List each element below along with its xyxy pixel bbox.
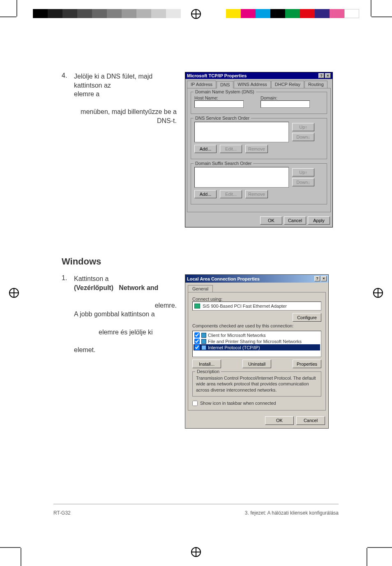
adapter-name: SiS 900-Based PCI Fast Ethernet Adapter <box>203 304 287 309</box>
component-file-sharing[interactable]: File and Printer Sharing for Microsoft N… <box>194 338 320 344</box>
close-button[interactable]: × <box>325 73 331 78</box>
group-service-title: DNS Service Search Order <box>194 116 251 121</box>
tcpip-properties-dialog: Microsoft TCP/IP Properties ? × IP Addre… <box>185 72 333 227</box>
page-footer: RT-G32 3. fejezet: A hálózati kliensek k… <box>53 510 339 516</box>
down-button[interactable]: Down↓ <box>292 178 314 186</box>
adapter-box: SiS 900-Based PCI Fast Ethernet Adapter <box>192 302 321 311</box>
show-icon-label: Show icon in taskbar when connected <box>200 401 276 406</box>
uninstall-button[interactable]: Uninstall <box>242 360 271 368</box>
color-swatches <box>226 9 359 18</box>
domain-label: Domain: <box>261 95 323 100</box>
registration-mark-icon <box>373 288 383 298</box>
registration-mark-icon <box>191 9 201 19</box>
dns-service-list[interactable] <box>194 122 289 142</box>
remove-button[interactable]: Remove <box>245 145 268 153</box>
sharing-icon <box>201 339 206 344</box>
help-button[interactable]: ? <box>318 73 324 78</box>
components-list[interactable]: Client for Microsoft Networks File and P… <box>192 331 321 357</box>
tabs: IP Address DNS WINS Address DHCP Relay R… <box>185 79 332 88</box>
component-tcpip[interactable]: Internet Protocol (TCP/IP) <box>194 344 320 350</box>
description-group-title: Description <box>195 369 221 374</box>
step4-line1: Jelölje ki a DNS fület, majd kattintson … <box>74 73 152 89</box>
step1-text: Kattintson a (Vezérlőpult) Network and e… <box>74 274 177 354</box>
tab-general[interactable]: General <box>188 285 213 292</box>
tab-dns[interactable]: DNS <box>217 81 233 88</box>
apply-button[interactable]: Apply <box>308 216 330 225</box>
configure-button[interactable]: Configure <box>293 313 321 322</box>
edit-button[interactable]: Edit... <box>220 145 242 153</box>
cancel-button[interactable]: Cancel <box>296 416 325 425</box>
registration-mark-icon <box>191 547 201 557</box>
group-suffix-title: Domain Suffix Search Order <box>194 161 253 166</box>
dialog-title: Microsoft TCP/IP Properties <box>187 73 247 78</box>
heading-windows: Windows <box>62 256 333 267</box>
components-label: Components checked are used by this conn… <box>192 323 321 328</box>
tab-dhcp-relay[interactable]: DHCP Relay <box>271 81 304 88</box>
up-button[interactable]: Up↑ <box>292 123 314 131</box>
domain-input[interactable] <box>261 100 310 108</box>
step-number: 1. <box>62 274 74 282</box>
step-4: 4. Jelölje ki a DNS fület, majd kattints… <box>62 72 177 125</box>
footer-rule <box>53 504 339 504</box>
dialog-title: Local Area Connection Properties <box>187 276 260 281</box>
host-name-label: Host Name: <box>194 95 257 100</box>
remove-button[interactable]: Remove <box>245 190 268 198</box>
component-client[interactable]: Client for Microsoft Networks <box>194 332 320 338</box>
titlebar: Local Area Connection Properties ? × <box>185 275 328 283</box>
footer-right: 3. fejezet: A hálózati kliensek konfigur… <box>245 510 339 516</box>
step4-line2: elemre a <box>74 90 99 97</box>
cancel-button[interactable]: Cancel <box>284 216 306 225</box>
ok-button[interactable]: OK <box>265 416 294 425</box>
footer-left: RT-G32 <box>53 510 71 516</box>
lan-connection-properties-dialog: Local Area Connection Properties ? × Gen… <box>185 274 329 429</box>
nic-icon <box>194 304 200 309</box>
ok-button[interactable]: OK <box>260 216 282 225</box>
close-button[interactable]: × <box>321 276 327 281</box>
component-checkbox[interactable] <box>194 345 200 350</box>
registration-mark-icon <box>9 288 19 298</box>
down-button[interactable]: Down↓ <box>292 133 314 141</box>
host-name-input[interactable] <box>194 100 244 108</box>
edit-button[interactable]: Edit... <box>220 190 242 198</box>
connect-using-label: Connect using: <box>192 297 321 302</box>
suffix-list[interactable] <box>194 167 289 188</box>
page-content: 4. Jelölje ki a DNS fület, majd kattints… <box>62 72 333 429</box>
component-checkbox[interactable] <box>194 339 200 344</box>
grayscale-swatches <box>33 9 181 18</box>
protocol-icon <box>201 345 206 350</box>
client-icon <box>201 333 206 338</box>
show-icon-checkbox[interactable] <box>192 401 198 406</box>
properties-button[interactable]: Properties <box>293 360 321 368</box>
step-number: 4. <box>62 72 74 79</box>
step4-line3: menüben, majd billentyűzze be a DNS-t. <box>81 108 177 124</box>
group-dns-title: Domain Name System (DNS) <box>194 89 256 94</box>
add-button[interactable]: Add... <box>194 145 217 153</box>
tab-ip-address[interactable]: IP Address <box>187 81 216 88</box>
up-button[interactable]: Up↑ <box>292 168 314 176</box>
install-button[interactable]: Install... <box>192 360 221 368</box>
titlebar: Microsoft TCP/IP Properties ? × <box>185 72 332 79</box>
tab-wins[interactable]: WINS Address <box>234 81 271 88</box>
component-checkbox[interactable] <box>194 332 200 338</box>
description-text: Transmission Control Protocol/Internet P… <box>196 375 318 393</box>
tab-routing[interactable]: Routing <box>304 81 327 88</box>
step-1: 1. Kattintson a (Vezérlőpult) Network an… <box>62 274 177 354</box>
help-button[interactable]: ? <box>314 276 320 281</box>
add-button[interactable]: Add... <box>194 190 217 198</box>
